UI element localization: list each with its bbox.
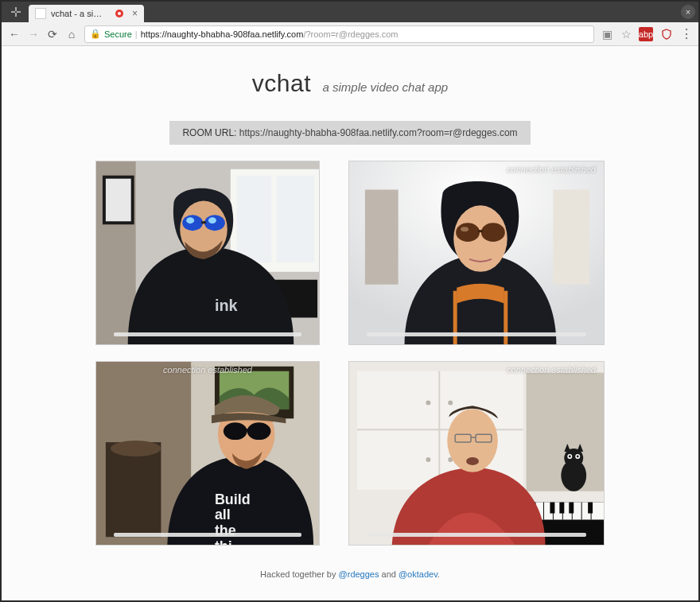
browser-menu-button[interactable]: ⋮ bbox=[680, 26, 692, 41]
video-tile-2[interactable]: connection established bbox=[348, 161, 605, 345]
connection-status: connection established bbox=[507, 165, 596, 174]
address-bar[interactable]: 🔒 Secure | https://naughty-bhabha-908faa… bbox=[84, 25, 594, 43]
svg-rect-74 bbox=[569, 503, 574, 514]
bookmark-button[interactable]: ☆ bbox=[620, 28, 632, 41]
app-tagline: a simple video chat app bbox=[323, 80, 449, 94]
svg-point-18 bbox=[208, 217, 216, 223]
footer-suffix: . bbox=[438, 569, 440, 579]
url-text: https://naughty-bhabha-908faa.netlify.co… bbox=[141, 29, 399, 39]
room-url-label: ROOM URL: bbox=[182, 127, 236, 138]
app-pin-icon bbox=[8, 4, 24, 20]
svg-point-48 bbox=[448, 400, 453, 405]
tab-title: vchat - a simple vi… bbox=[51, 9, 108, 18]
video-progress-bar[interactable] bbox=[114, 332, 301, 336]
svg-point-58 bbox=[569, 456, 571, 458]
svg-rect-3 bbox=[17, 11, 21, 13]
forward-button[interactable]: → bbox=[27, 28, 40, 41]
video-grid: ink bbox=[2, 161, 698, 555]
room-url-box[interactable]: ROOM URL: https://naughty-bhabha-908faa.… bbox=[169, 121, 530, 145]
svg-point-37 bbox=[247, 422, 271, 440]
video-progress-bar[interactable] bbox=[367, 533, 586, 537]
svg-rect-75 bbox=[588, 503, 593, 514]
svg-point-25 bbox=[456, 223, 480, 242]
video-progress-bar[interactable] bbox=[367, 332, 586, 336]
svg-text:thi: thi bbox=[215, 538, 232, 545]
extension-shield-icon[interactable] bbox=[659, 27, 674, 41]
extension-adblock-icon[interactable]: abp bbox=[639, 27, 653, 41]
svg-point-5 bbox=[118, 12, 121, 15]
svg-point-17 bbox=[186, 217, 194, 223]
svg-point-28 bbox=[461, 227, 469, 231]
back-button[interactable]: ← bbox=[8, 28, 21, 41]
connection-status: connection established bbox=[163, 365, 252, 375]
camera-permission-icon[interactable]: ▣ bbox=[601, 28, 613, 41]
app-header: vchat a simple video chat app bbox=[2, 70, 698, 97]
room-url-value: https://naughty-bhabha-908faa.netlify.co… bbox=[239, 127, 518, 138]
svg-text:all: all bbox=[215, 507, 231, 522]
svg-rect-31 bbox=[106, 442, 161, 537]
home-button[interactable]: ⌂ bbox=[65, 28, 78, 41]
tab-bar: vchat - a simple vi… × × bbox=[2, 2, 698, 22]
svg-rect-72 bbox=[550, 503, 554, 514]
svg-rect-12 bbox=[276, 176, 314, 262]
svg-rect-73 bbox=[559, 503, 564, 514]
browser-chrome: vchat - a simple vi… × × ← → ⟳ ⌂ 🔒 Secur… bbox=[0, 0, 700, 46]
tab-close-button[interactable]: × bbox=[132, 8, 138, 19]
svg-point-47 bbox=[426, 400, 430, 405]
lock-icon: 🔒 bbox=[90, 29, 101, 39]
video-tile-3[interactable]: Build all the thi connection established bbox=[95, 361, 320, 546]
browser-tab[interactable]: vchat - a simple vi… × bbox=[29, 5, 144, 22]
svg-point-36 bbox=[224, 422, 247, 440]
svg-text:ink: ink bbox=[215, 297, 239, 314]
page-content: vchat a simple video chat app ROOM URL: … bbox=[0, 46, 700, 602]
footer-mid: and bbox=[379, 569, 398, 579]
svg-rect-22 bbox=[365, 189, 399, 284]
close-icon: × bbox=[686, 7, 690, 17]
window-close-button[interactable]: × bbox=[681, 5, 695, 19]
video-tile-1[interactable]: ink bbox=[95, 161, 320, 345]
svg-point-49 bbox=[426, 457, 430, 462]
footer-link-rdegges[interactable]: @rdegges bbox=[339, 569, 379, 579]
tab-favicon-icon bbox=[35, 8, 46, 19]
svg-rect-23 bbox=[553, 189, 589, 284]
svg-rect-11 bbox=[237, 176, 272, 262]
svg-point-80 bbox=[466, 457, 479, 465]
svg-rect-2 bbox=[11, 11, 15, 13]
svg-point-59 bbox=[577, 456, 579, 458]
svg-rect-0 bbox=[15, 7, 17, 11]
room-url-bar: ROOM URL: https://naughty-bhabha-908faa.… bbox=[2, 121, 698, 145]
svg-rect-19 bbox=[201, 221, 206, 223]
svg-point-32 bbox=[111, 441, 161, 456]
reload-button[interactable]: ⟳ bbox=[46, 28, 59, 41]
connection-status: connection established bbox=[507, 365, 596, 375]
app-logo: vchat bbox=[252, 70, 311, 96]
svg-rect-38 bbox=[246, 429, 249, 431]
svg-point-26 bbox=[481, 223, 505, 242]
svg-rect-27 bbox=[478, 230, 483, 232]
footer-link-oktadev[interactable]: @oktadev bbox=[399, 569, 438, 579]
footer-prefix: Hacked together by bbox=[260, 569, 338, 579]
recording-indicator-icon bbox=[113, 7, 126, 20]
video-tile-4[interactable]: connection established bbox=[348, 361, 605, 546]
svg-rect-9 bbox=[106, 179, 131, 222]
footer: Hacked together by @rdegges and @oktadev… bbox=[2, 569, 698, 579]
navigation-bar: ← → ⟳ ⌂ 🔒 Secure | https://naughty-bhabh… bbox=[2, 22, 698, 46]
video-progress-bar[interactable] bbox=[114, 533, 301, 537]
url-divider: | bbox=[135, 29, 138, 39]
secure-label: Secure bbox=[104, 29, 132, 39]
svg-rect-1 bbox=[15, 13, 17, 17]
svg-text:Build: Build bbox=[215, 491, 251, 507]
